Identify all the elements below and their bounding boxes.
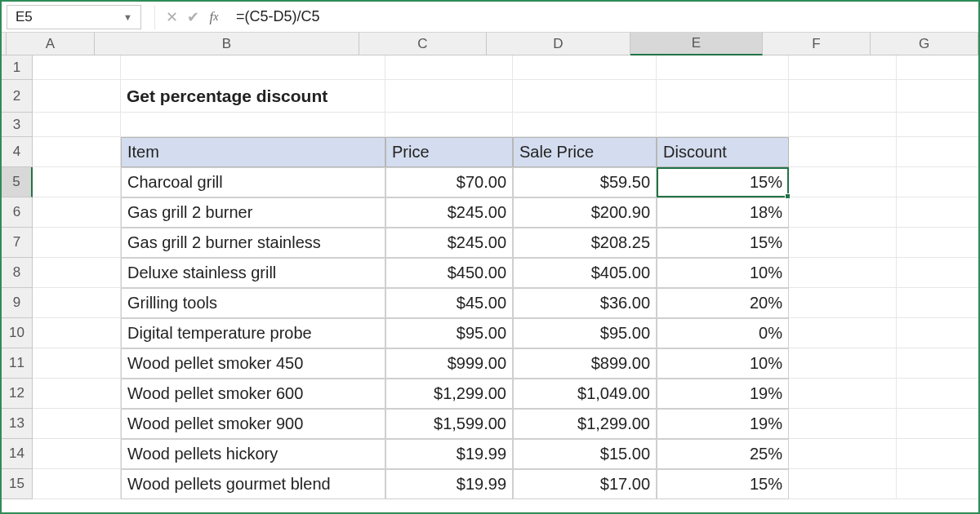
row-header-2[interactable]: 2 (2, 80, 33, 113)
row-header-14[interactable]: 14 (2, 439, 33, 469)
cell-A14[interactable] (33, 439, 121, 469)
cell-G9[interactable] (897, 288, 980, 318)
cell-A15[interactable] (33, 469, 121, 499)
cell-G7[interactable] (897, 228, 980, 258)
cell-E5[interactable]: 15% (657, 167, 789, 197)
column-header-B[interactable]: B (95, 33, 359, 55)
cell-G12[interactable] (897, 379, 980, 409)
column-header-A[interactable]: A (7, 33, 95, 55)
cell-D9[interactable]: $36.00 (513, 288, 657, 318)
cell-D12[interactable]: $1,049.00 (513, 379, 657, 409)
cell-F15[interactable] (789, 469, 897, 499)
row-header-6[interactable]: 6 (2, 197, 33, 228)
cell-B11[interactable]: Wood pellet smoker 450 (121, 348, 385, 379)
cell-F10[interactable] (789, 318, 897, 348)
column-header-F[interactable]: F (763, 33, 871, 55)
cell-B9[interactable]: Grilling tools (121, 288, 385, 318)
cell-G5[interactable] (897, 167, 980, 197)
row-header-4[interactable]: 4 (2, 137, 33, 167)
cell-D10[interactable]: $95.00 (513, 318, 657, 348)
chevron-down-icon[interactable]: ▼ (123, 12, 132, 22)
cell-B12[interactable]: Wood pellet smoker 600 (121, 379, 385, 409)
cell-D8[interactable]: $405.00 (513, 258, 657, 288)
cell-F4[interactable] (789, 137, 897, 167)
cell-C2[interactable] (385, 80, 513, 113)
row-header-7[interactable]: 7 (2, 228, 33, 258)
cancel-formula-button[interactable]: ✕ (161, 5, 182, 29)
cell-C10[interactable]: $95.00 (385, 318, 513, 348)
cell-D4[interactable]: Sale Price (513, 137, 657, 167)
cell-B8[interactable]: Deluxe stainless grill (121, 258, 385, 288)
cell-F6[interactable] (789, 197, 897, 228)
cell-A11[interactable] (33, 348, 121, 379)
cell-D15[interactable]: $17.00 (513, 469, 657, 499)
cell-F3[interactable] (789, 113, 897, 137)
column-header-D[interactable]: D (487, 33, 630, 55)
cell-B7[interactable]: Gas grill 2 burner stainless (121, 228, 385, 258)
accept-formula-button[interactable]: ✔ (182, 5, 203, 29)
cell-C11[interactable]: $999.00 (385, 348, 513, 379)
cell-G11[interactable] (897, 348, 980, 379)
cell-F7[interactable] (789, 228, 897, 258)
row-header-12[interactable]: 12 (2, 379, 33, 409)
cell-A3[interactable] (33, 113, 121, 137)
cell-E2[interactable] (657, 80, 789, 113)
row-header-9[interactable]: 9 (2, 288, 33, 318)
cell-C9[interactable]: $45.00 (385, 288, 513, 318)
cell-F12[interactable] (789, 379, 897, 409)
cell-B10[interactable]: Digital temperature probe (121, 318, 385, 348)
cell-B14[interactable]: Wood pellets hickory (121, 439, 385, 469)
cell-E4[interactable]: Discount (657, 137, 789, 167)
row-header-13[interactable]: 13 (2, 409, 33, 439)
cell-F8[interactable] (789, 258, 897, 288)
cell-G2[interactable] (897, 80, 980, 113)
cell-B1[interactable] (121, 55, 385, 80)
cell-B15[interactable]: Wood pellets gourmet blend (121, 469, 385, 499)
cell-D7[interactable]: $208.25 (513, 228, 657, 258)
column-header-C[interactable]: C (359, 33, 487, 55)
row-header-15[interactable]: 15 (2, 469, 33, 499)
cell-D3[interactable] (513, 113, 657, 137)
name-box[interactable]: E5 ▼ (7, 5, 141, 29)
cell-C1[interactable] (385, 55, 513, 80)
cell-A7[interactable] (33, 228, 121, 258)
cell-D2[interactable] (513, 80, 657, 113)
cell-E7[interactable]: 15% (657, 228, 789, 258)
cell-A1[interactable] (33, 55, 121, 80)
cell-C15[interactable]: $19.99 (385, 469, 513, 499)
cell-E6[interactable]: 18% (657, 197, 789, 228)
cell-F2[interactable] (789, 80, 897, 113)
cell-C6[interactable]: $245.00 (385, 197, 513, 228)
cell-C3[interactable] (385, 113, 513, 137)
cell-C12[interactable]: $1,299.00 (385, 379, 513, 409)
cell-A6[interactable] (33, 197, 121, 228)
column-header-E[interactable]: E (630, 33, 763, 55)
cell-C5[interactable]: $70.00 (385, 167, 513, 197)
cell-E15[interactable]: 15% (657, 469, 789, 499)
cell-E3[interactable] (657, 113, 789, 137)
cell-E8[interactable]: 10% (657, 258, 789, 288)
cell-C4[interactable]: Price (385, 137, 513, 167)
cell-A4[interactable] (33, 137, 121, 167)
cell-A12[interactable] (33, 379, 121, 409)
row-header-5[interactable]: 5 (2, 167, 33, 197)
cell-A8[interactable] (33, 258, 121, 288)
cell-C7[interactable]: $245.00 (385, 228, 513, 258)
cell-B6[interactable]: Gas grill 2 burner (121, 197, 385, 228)
cell-G6[interactable] (897, 197, 980, 228)
cell-D1[interactable] (513, 55, 657, 80)
row-header-3[interactable]: 3 (2, 113, 33, 137)
column-header-G[interactable]: G (871, 33, 978, 55)
formula-input[interactable]: =(C5-D5)/C5 (225, 5, 978, 29)
cell-G14[interactable] (897, 439, 980, 469)
cell-D14[interactable]: $15.00 (513, 439, 657, 469)
cell-B2[interactable]: Get percentage discount (121, 80, 385, 113)
cell-D11[interactable]: $899.00 (513, 348, 657, 379)
cell-E9[interactable]: 20% (657, 288, 789, 318)
row-header-11[interactable]: 11 (2, 348, 33, 379)
cell-G8[interactable] (897, 258, 980, 288)
cell-G15[interactable] (897, 469, 980, 499)
cell-F9[interactable] (789, 288, 897, 318)
row-header-8[interactable]: 8 (2, 258, 33, 288)
cell-E14[interactable]: 25% (657, 439, 789, 469)
